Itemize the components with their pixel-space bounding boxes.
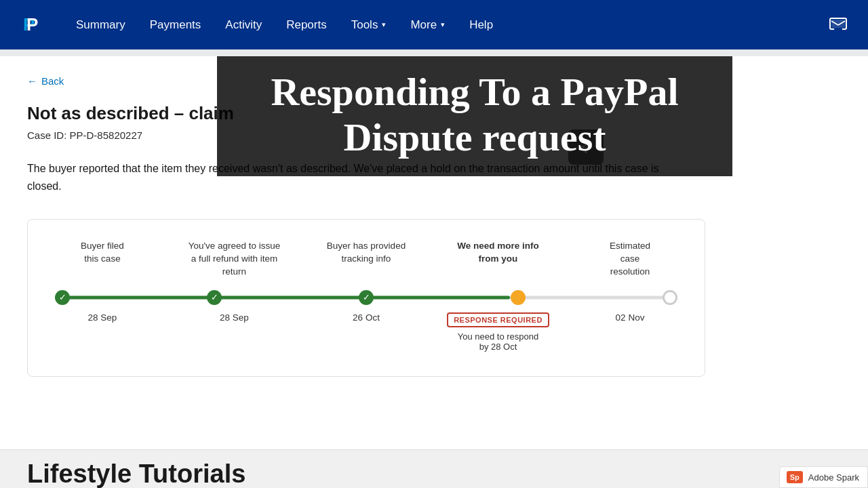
- svg-rect-4: [831, 20, 845, 28]
- nav-right-actions: [825, 12, 852, 39]
- overlay-text-line2: Dispute request: [244, 115, 705, 161]
- timeline-label-3: We need more infofrom you: [451, 240, 546, 279]
- timeline-label-1: You've agreed to issuea full refund with…: [187, 240, 282, 279]
- timeline-dot-0: ✓: [55, 290, 70, 305]
- timeline-dot-1: ✓: [207, 290, 222, 305]
- svg-rect-8: [835, 28, 841, 32]
- timeline-date-0: 28 Sep: [55, 312, 150, 352]
- adobe-spark-badge: Sp Adobe Spark: [779, 466, 868, 488]
- timeline-track: ✓ ✓ ✓: [55, 291, 677, 304]
- timeline-labels-row: Buyer filedthis case You've agreed to is…: [55, 240, 677, 279]
- bottom-bar: Lifestyle Tutorials: [0, 449, 868, 488]
- respond-by-text: You need to respondby 28 Oct: [458, 331, 539, 352]
- timeline-dot-4: [663, 290, 677, 305]
- messages-button[interactable]: [825, 12, 852, 39]
- response-required-badge: RESPONSE REQUIRED: [447, 312, 549, 327]
- navbar: P P Summary Payments Activity Reports To…: [0, 0, 868, 49]
- nav-tools[interactable]: Tools ▾: [339, 0, 399, 49]
- paypal-logo-icon: P P: [16, 12, 42, 38]
- nav-help[interactable]: Help: [457, 0, 505, 49]
- timeline-date-2: 26 Oct: [319, 312, 414, 352]
- adobe-spark-label: Adobe Spark: [808, 472, 859, 483]
- timeline-label-0: Buyer filedthis case: [55, 240, 150, 279]
- timeline-date-1: 28 Sep: [187, 312, 282, 352]
- nav-activity[interactable]: Activity: [213, 0, 274, 49]
- timeline-date-4: 02 Nov: [583, 312, 677, 352]
- timeline-label-4: Estimatedcaseresolution: [583, 240, 677, 279]
- back-label: Back: [41, 75, 64, 87]
- nav-links: Summary Payments Activity Reports Tools …: [64, 0, 825, 49]
- nav-summary[interactable]: Summary: [64, 0, 138, 49]
- tools-chevron-icon: ▾: [382, 20, 386, 29]
- timeline-container: Buyer filedthis case You've agreed to is…: [27, 219, 705, 377]
- timeline-dot-2: ✓: [359, 290, 374, 305]
- svg-text:P: P: [26, 14, 38, 35]
- timeline-dot-3: [511, 290, 526, 305]
- timeline-dots: ✓ ✓ ✓: [55, 290, 677, 305]
- bottom-title: Lifestyle Tutorials: [27, 460, 245, 488]
- nav-payments[interactable]: Payments: [138, 0, 214, 49]
- messages-icon: [829, 18, 847, 33]
- timeline-label-2: Buyer has providedtracking info: [319, 240, 414, 279]
- main-content: Responding To a PayPal Dispute request ←…: [0, 56, 868, 449]
- nav-reports[interactable]: Reports: [274, 0, 339, 49]
- paypal-logo-container[interactable]: P P: [16, 12, 42, 38]
- more-chevron-icon: ▾: [441, 20, 445, 29]
- adobe-sp-label: Sp: [787, 471, 803, 483]
- timeline-date-3: RESPONSE REQUIRED You need to respondby …: [451, 312, 546, 352]
- timeline-dates-row: 28 Sep 28 Sep 26 Oct RESPONSE REQUIRED Y…: [55, 312, 677, 352]
- back-arrow-icon: ←: [27, 75, 37, 87]
- nav-more[interactable]: More ▾: [398, 0, 457, 49]
- overlay-banner: Responding To a PayPal Dispute request: [217, 56, 732, 176]
- nav-subbar: [0, 49, 868, 56]
- overlay-text-line1: Responding To a PayPal: [244, 70, 705, 115]
